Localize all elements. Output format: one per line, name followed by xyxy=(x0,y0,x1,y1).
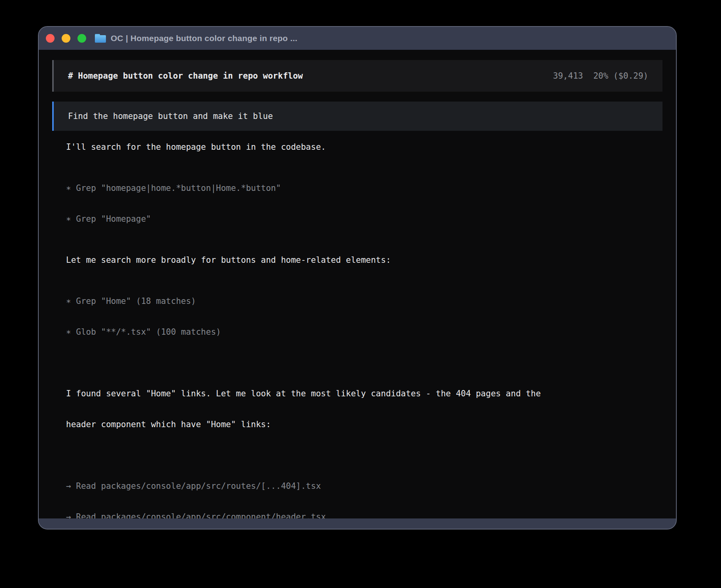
tool-call-line: ∗ Grep "homepage|home.*button|Home.*butt… xyxy=(66,183,649,193)
tool-call-line: → Read packages/console/app/src/routes/[… xyxy=(66,481,649,491)
assistant-message: I'll search for the homepage button in t… xyxy=(66,142,649,152)
tool-call-group: ∗ Grep "homepage|home.*button|Home.*butt… xyxy=(66,162,649,245)
context-usage: 20% ($0.29) xyxy=(593,71,648,81)
zoom-button[interactable] xyxy=(77,34,86,43)
close-button[interactable] xyxy=(46,34,55,43)
session-header: # Homepage button color change in repo w… xyxy=(52,60,662,92)
terminal-content: # Homepage button color change in repo w… xyxy=(39,50,676,518)
tool-call-line: ∗ Grep "Home" (18 matches) xyxy=(66,296,649,306)
assistant-message: I found several "Home" links. Let me loo… xyxy=(66,368,649,450)
assistant-message-line: header component which have "Home" links… xyxy=(66,419,649,430)
window-title: OC | Homepage button color change in rep… xyxy=(111,34,297,43)
user-message-text: Find the homepage button and make it blu… xyxy=(68,111,273,121)
assistant-message-line: I found several "Home" links. Let me loo… xyxy=(66,388,649,399)
tool-call-line: → Read packages/console/app/src/componen… xyxy=(66,512,649,518)
title-bar: OC | Homepage button color change in rep… xyxy=(39,27,676,50)
token-count: 39,413 xyxy=(553,71,583,81)
user-message: Find the homepage button and make it blu… xyxy=(52,102,662,131)
terminal-window: OC | Homepage button color change in rep… xyxy=(38,26,677,530)
tool-call-line: ∗ Glob "**/*.tsx" (100 matches) xyxy=(66,327,649,337)
tool-call-line: ∗ Grep "Homepage" xyxy=(66,214,649,224)
assistant-message: Let me search more broadly for buttons a… xyxy=(66,255,649,265)
folder-icon xyxy=(95,34,106,43)
window-bottom-chrome xyxy=(39,518,676,529)
tool-call-group: ∗ Grep "Home" (18 matches) ∗ Glob "**/*.… xyxy=(66,275,649,358)
session-title: # Homepage button color change in repo w… xyxy=(68,71,303,81)
minimize-button[interactable] xyxy=(62,34,70,43)
session-stats: 39,413 20% ($0.29) xyxy=(553,71,648,81)
traffic-lights xyxy=(46,34,86,43)
tool-call-group: → Read packages/console/app/src/routes/[… xyxy=(66,460,649,518)
conversation: I'll search for the homepage button in t… xyxy=(52,131,662,518)
